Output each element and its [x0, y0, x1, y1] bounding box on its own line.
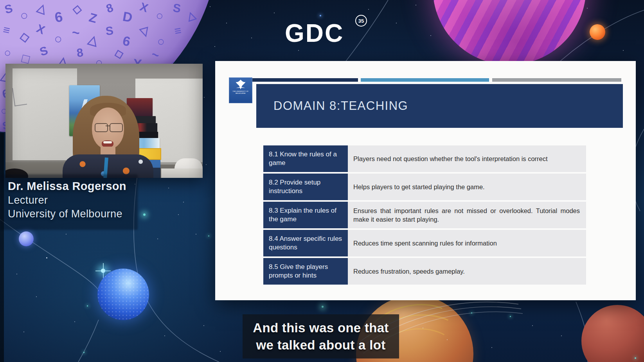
star: [226, 23, 227, 23]
glowing-star: [101, 269, 105, 273]
doodle-glyph: △: [185, 9, 197, 22]
doodle-glyph: ≡: [2, 24, 11, 37]
doodle-glyph: ○: [157, 35, 166, 48]
star: [46, 257, 47, 258]
doodle-glyph: △: [36, 1, 49, 15]
doodle-glyph: D: [122, 9, 133, 24]
doodle-glyph: ≡: [174, 25, 182, 38]
doodle-glyph: Z: [88, 11, 98, 25]
doodle-glyph: ~: [71, 25, 80, 39]
uom-crest-icon: [234, 79, 247, 91]
star: [251, 38, 252, 38]
doodle-glyph: 6: [54, 10, 64, 25]
star: [157, 238, 158, 239]
star: [274, 13, 275, 13]
star: [178, 214, 179, 215]
doodle-glyph: X: [35, 22, 47, 36]
red-planet: [581, 305, 644, 362]
star: [16, 274, 17, 274]
star: [322, 306, 324, 308]
star: [587, 8, 588, 9]
slide-title: DOMAIN 8:TEACHING: [273, 99, 408, 113]
star: [368, 9, 369, 10]
table-row: 8.3 Explain the rules of the game Ensure…: [263, 202, 586, 228]
star: [23, 332, 24, 332]
doodle-glyph: △: [87, 32, 99, 47]
video-frame: S○△6◇Z8DX○S△≡◇X○~△S6▽○≡D○□S△8○◇X~○△6○S G…: [0, 0, 644, 362]
star: [168, 188, 169, 188]
large-blue-planet: [97, 269, 149, 320]
pink-striped-planet: [433, 0, 586, 65]
doodle-glyph: ◇: [113, 47, 125, 61]
doodle-glyph: S: [172, 2, 182, 14]
progress-bar-navy: [252, 78, 358, 82]
uom-logo-text: THE UNIVERSITY OF MELBOURNE: [233, 91, 248, 94]
doodle-glyph: S: [3, 2, 14, 16]
doodle-glyph: S: [38, 45, 49, 58]
domain-8-table: 8.1 Know the rules of a game Players nee…: [263, 145, 586, 285]
star: [491, 347, 492, 348]
table-cell-benefit: Ensures that important rules are not mis…: [348, 202, 586, 228]
star: [510, 316, 511, 317]
star: [203, 325, 204, 326]
table-row: 8.1 Know the rules of a game Players nee…: [263, 145, 586, 172]
star: [196, 234, 196, 235]
doodle-glyph: ○: [19, 8, 29, 22]
gdc-logo: GDC 35: [285, 16, 371, 51]
star: [87, 305, 88, 306]
small-blue-planet: [19, 231, 34, 246]
doodle-glyph: ○: [3, 46, 12, 59]
doodle-glyph: X: [139, 1, 149, 14]
doodle-glyph: 8: [104, 2, 115, 15]
caption-line-1: And this was one that: [253, 319, 389, 337]
star: [623, 50, 624, 51]
table-cell-domain: 8.2 Provide setup instructions: [263, 174, 348, 200]
doodle-glyph: ▽: [139, 25, 150, 38]
doodle-glyph: ◇: [19, 30, 30, 43]
gdc-wordmark: GDC: [285, 19, 344, 48]
table-cell-domain: 8.1 Know the rules of a game: [263, 145, 348, 172]
table-cell-benefit: Helps players to get started playing the…: [348, 174, 586, 200]
progress-bar-gray: [492, 78, 621, 82]
speaker-affiliation: University of Melbourne: [8, 207, 126, 221]
star: [83, 352, 85, 353]
subtitle-caption: And this was one that we talked about a …: [243, 314, 399, 358]
star: [635, 357, 636, 359]
star: [208, 235, 209, 237]
star: [204, 97, 205, 98]
table-row: 8.2 Provide setup instructions Helps pla…: [263, 174, 586, 200]
table-cell-domain: 8.5 Give the players prompts or hints: [263, 258, 348, 285]
table-cell-benefit: Players need not question whether the to…: [348, 145, 586, 172]
speaker-name: Dr. Melissa Rogerson: [8, 179, 126, 194]
star: [206, 164, 207, 165]
doodle-glyph: D: [188, 35, 198, 47]
table-cell-domain: 8.3 Explain the rules of the game: [263, 202, 348, 228]
doodle-glyph: S: [105, 25, 114, 37]
star: [471, 312, 472, 314]
progress-bar-blue: [361, 78, 489, 82]
speaker-lower-third: Dr. Melissa Rogerson Lecturer University…: [8, 179, 126, 221]
star: [74, 321, 75, 322]
table-cell-benefit: Reduces frustration, speeds gameplay.: [348, 258, 586, 285]
star: [430, 35, 431, 36]
star: [396, 23, 397, 23]
gdc-35-badge: 35: [355, 15, 367, 27]
star: [423, 328, 423, 328]
table-row: 8.4 Answer specific rules questions Redu…: [263, 230, 586, 256]
star: [416, 5, 416, 5]
star: [143, 213, 146, 216]
star: [210, 6, 210, 7]
frame-edge: [0, 133, 4, 362]
star: [532, 325, 533, 326]
star: [561, 335, 562, 336]
doodle-glyph: ~: [150, 48, 161, 62]
orange-planet: [590, 24, 605, 40]
table-row: 8.5 Give the players prompts or hints Re…: [263, 258, 586, 285]
star: [447, 339, 448, 340]
camera-vignette: [5, 64, 203, 178]
speaker-title: Lecturer: [8, 194, 126, 207]
doodle-glyph: ◇: [72, 3, 83, 15]
star: [66, 234, 67, 235]
star: [214, 46, 215, 47]
slide-title-banner: DOMAIN 8:TEACHING: [256, 84, 623, 128]
